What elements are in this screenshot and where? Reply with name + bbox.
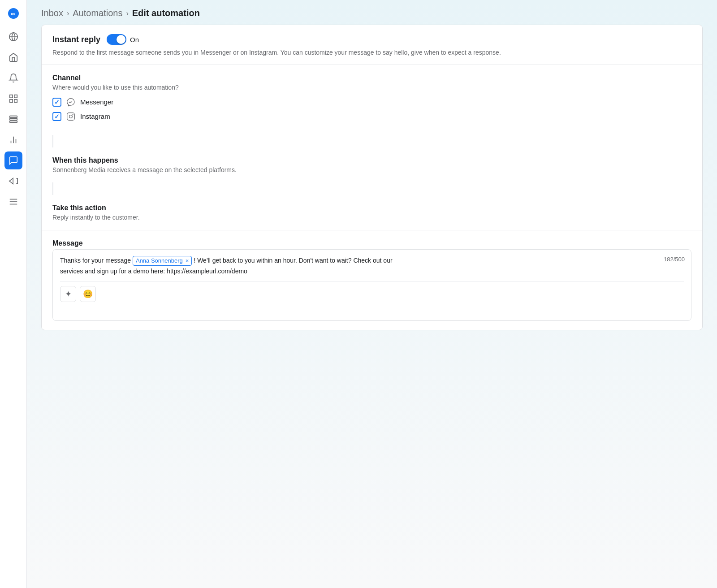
mention-tag[interactable]: Anna Sonnenberg × <box>133 256 192 266</box>
instagram-label: Instagram <box>80 112 110 120</box>
page-content: Instant reply On Respond to the first me… <box>27 25 717 588</box>
channel-title: Channel <box>52 74 691 82</box>
svg-rect-6 <box>9 116 17 118</box>
emoji-icon: 😊 <box>83 289 93 299</box>
svg-point-18 <box>73 114 73 115</box>
message-toolbar: ✦ 😊 <box>60 281 684 302</box>
page-card: Instant reply On Respond to the first me… <box>41 25 703 330</box>
channel-description: Where would you like to use this automat… <box>52 84 691 91</box>
breadcrumb-current: Edit automation <box>132 8 200 18</box>
svg-rect-16 <box>67 112 75 120</box>
instagram-checkbox[interactable]: ✓ <box>52 112 61 121</box>
messenger-icon <box>66 97 76 107</box>
ai-button[interactable]: ✦ <box>60 286 76 302</box>
breadcrumb: Inbox › Automations › Edit automation <box>41 8 703 18</box>
connector-1 <box>52 135 53 147</box>
when-title: When this happens <box>52 156 691 164</box>
messenger-label: Messenger <box>80 98 113 106</box>
message-text-before: Thanks for your message <box>60 256 131 265</box>
breadcrumb-sep-2: › <box>126 9 128 17</box>
mention-name: Anna Sonnenberg <box>136 256 183 265</box>
action-title: Take this action <box>52 204 691 212</box>
toggle-label: On <box>130 36 139 43</box>
meta-logo: ∞ <box>5 5 22 22</box>
connector-2 <box>52 182 53 195</box>
toggle-knob <box>117 35 125 44</box>
messenger-check-icon: ✓ <box>54 99 60 106</box>
svg-marker-12 <box>9 178 13 184</box>
instagram-icon <box>66 112 76 121</box>
svg-rect-3 <box>14 95 17 98</box>
sidebar-item-analytics[interactable] <box>4 131 22 149</box>
message-title: Message <box>52 239 691 247</box>
instagram-check-icon: ✓ <box>54 113 60 120</box>
main-content: Inbox › Automations › Edit automation In… <box>27 0 717 588</box>
instant-reply-title: Instant reply <box>52 35 100 44</box>
emoji-button[interactable]: 😊 <box>80 286 96 302</box>
message-box[interactable]: 182/500 Thanks for your message Anna Son… <box>52 249 691 321</box>
sidebar-item-layers[interactable] <box>4 110 22 128</box>
instant-reply-header: Instant reply On Respond to the first me… <box>42 25 702 65</box>
message-text-after: ! We'll get back to you within an hour. … <box>194 256 392 265</box>
channel-section: Channel Where would you like to use this… <box>42 65 702 135</box>
channel-option-instagram: ✓ Instagram <box>52 112 691 121</box>
channel-option-messenger: ✓ Messenger <box>52 97 691 107</box>
ai-icon: ✦ <box>65 289 72 299</box>
sidebar-item-ads[interactable] <box>4 172 22 190</box>
action-section: Take this action Reply instantly to the … <box>42 195 702 230</box>
sidebar-item-grid[interactable] <box>4 90 22 108</box>
when-section: When this happens Sonnenberg Media recei… <box>42 147 702 182</box>
action-description: Reply instantly to the customer. <box>52 214 691 221</box>
instant-reply-toggle[interactable] <box>107 34 126 45</box>
svg-rect-2 <box>9 95 12 98</box>
sidebar: ∞ <box>0 0 27 588</box>
svg-text:∞: ∞ <box>11 10 15 17</box>
svg-rect-7 <box>9 118 17 120</box>
sidebar-item-globe[interactable] <box>4 28 22 46</box>
message-section: Message 182/500 Thanks for your message … <box>42 230 702 330</box>
message-content: Thanks for your message Anna Sonnenberg … <box>60 256 684 266</box>
breadcrumb-inbox[interactable]: Inbox <box>41 8 63 18</box>
toggle-container: On <box>107 34 139 45</box>
messenger-checkbox[interactable]: ✓ <box>52 98 61 107</box>
remove-mention-icon[interactable]: × <box>186 256 189 265</box>
message-second-line: services and sign up for a demo here: ht… <box>60 268 684 275</box>
sidebar-item-home[interactable] <box>4 48 22 66</box>
svg-rect-4 <box>14 99 17 102</box>
breadcrumb-sep-1: › <box>67 9 69 17</box>
when-description: Sonnenberg Media receives a message on t… <box>52 166 691 173</box>
instant-reply-title-row: Instant reply On <box>52 34 691 45</box>
svg-point-17 <box>69 115 73 118</box>
svg-rect-8 <box>9 121 17 123</box>
char-count: 182/500 <box>664 256 685 263</box>
sidebar-item-menu[interactable] <box>4 193 22 211</box>
svg-rect-5 <box>9 99 12 102</box>
sidebar-item-notifications[interactable] <box>4 69 22 87</box>
breadcrumb-automations[interactable]: Automations <box>73 8 122 18</box>
header: Inbox › Automations › Edit automation <box>27 0 717 25</box>
sidebar-item-inbox[interactable] <box>4 151 22 169</box>
instant-reply-description: Respond to the first message someone sen… <box>52 48 691 57</box>
